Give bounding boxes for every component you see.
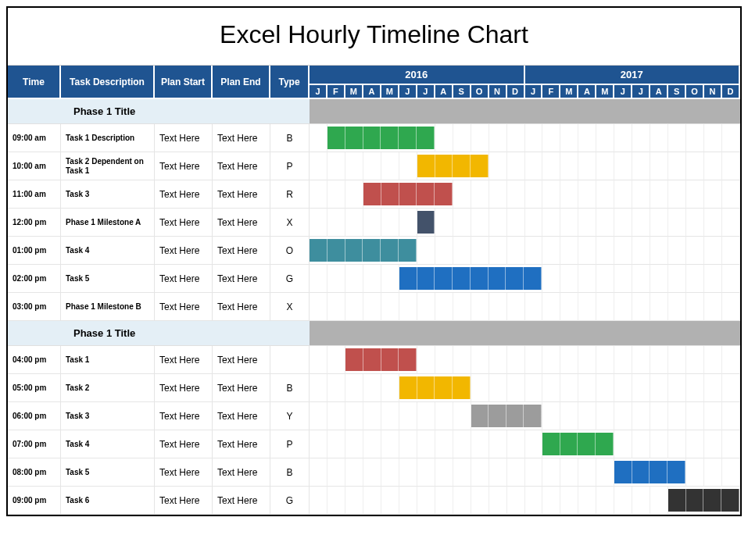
gantt-cell (632, 180, 650, 209)
row-time: 12:00 pm (8, 209, 61, 237)
gantt-cell (471, 402, 543, 430)
gantt-cell (722, 209, 740, 237)
gantt-cell (489, 458, 507, 487)
gantt-cell (542, 237, 560, 265)
gantt-cell (435, 430, 453, 458)
gantt-cell (668, 237, 686, 265)
gantt-cell (525, 293, 543, 321)
gantt-cell (435, 458, 453, 487)
gantt-cell (542, 293, 560, 321)
gantt-cell (686, 180, 704, 209)
gantt-cell (471, 237, 489, 265)
row-desc: Task 3 (61, 402, 155, 430)
gantt-cell (722, 152, 740, 180)
gantt-cell (614, 237, 632, 265)
header-month: J (632, 85, 650, 99)
gantt-cell (542, 430, 614, 458)
row-type: G (270, 487, 310, 515)
gantt-cell (542, 487, 560, 515)
gantt-bar (399, 267, 542, 290)
gantt-cell (471, 458, 489, 487)
row-plan-end: Text Here (213, 180, 270, 209)
gantt-cell (399, 265, 543, 293)
gantt-cell (542, 346, 560, 374)
row-time: 01:00 pm (8, 237, 61, 265)
header-month: N (704, 85, 722, 99)
gantt-cell (453, 430, 471, 458)
row-type: X (270, 293, 310, 321)
gantt-cell (310, 152, 327, 180)
row-plan-start: Text Here (155, 180, 213, 209)
gantt-cell (489, 293, 507, 321)
phase-bar (310, 321, 740, 346)
row-type: B (270, 124, 310, 152)
gantt-cell (650, 374, 668, 402)
gantt-cell (650, 346, 668, 374)
gantt-cell (614, 209, 632, 237)
gantt-cell (417, 430, 435, 458)
gantt-cell (507, 458, 525, 487)
gantt-cell (596, 265, 614, 293)
gantt-cell (489, 237, 507, 265)
gantt-cell (632, 124, 650, 152)
gantt-cell (686, 152, 704, 180)
gantt-cell (471, 209, 489, 237)
header-month: D (722, 85, 740, 99)
gantt-cell (381, 487, 399, 515)
row-type: B (270, 374, 310, 402)
gantt-cell (614, 458, 686, 487)
gantt-cell (704, 124, 722, 152)
gantt-cell (417, 237, 435, 265)
gantt-cell (310, 487, 327, 515)
gantt-cell (471, 180, 489, 209)
gantt-cell (614, 180, 632, 209)
gantt-cell (668, 430, 686, 458)
gantt-cell (650, 180, 668, 209)
gantt-cell (578, 152, 596, 180)
gantt-cell (310, 237, 417, 265)
gantt-cell (417, 346, 435, 374)
gantt-cell (399, 430, 417, 458)
gantt-cell (381, 458, 399, 487)
gantt-bar (327, 127, 435, 149)
row-plan-start: Text Here (155, 152, 213, 180)
gantt-cell (704, 374, 722, 402)
gantt-cell (686, 346, 704, 374)
gantt-cell (632, 237, 650, 265)
gantt-cell (417, 293, 435, 321)
gantt-cell (345, 209, 363, 237)
gantt-cell (507, 124, 525, 152)
gantt-cell (596, 124, 614, 152)
gantt-cell (525, 346, 543, 374)
gantt-cell (525, 152, 543, 180)
row-time: 08:00 pm (8, 458, 61, 487)
gantt-cell (507, 430, 525, 458)
row-desc: Task 1 Description (61, 124, 155, 152)
gantt-cell (614, 152, 632, 180)
gantt-cell (399, 487, 417, 515)
gantt-cell (399, 458, 417, 487)
gantt-cell (525, 487, 543, 515)
gantt-cell (650, 487, 668, 515)
gantt-cell (596, 152, 614, 180)
gantt-cell (686, 374, 704, 402)
gantt-cell (507, 152, 525, 180)
gantt-cell (596, 237, 614, 265)
gantt-cell (345, 293, 363, 321)
gantt-cell (578, 346, 596, 374)
gantt-cell (632, 430, 650, 458)
gantt-cell (578, 209, 596, 237)
row-time: 10:00 am (8, 152, 61, 180)
phase-title: Phase 1 Title (8, 321, 310, 346)
gantt-cell (668, 124, 686, 152)
gantt-cell (704, 346, 722, 374)
row-time: 02:00 pm (8, 265, 61, 293)
gantt-cell (525, 430, 543, 458)
gantt-cell (560, 487, 578, 515)
gantt-cell (327, 487, 345, 515)
gantt-cell (614, 430, 632, 458)
gantt-cell (399, 293, 417, 321)
header-month: A (578, 85, 596, 99)
gantt-bar (614, 461, 685, 483)
gantt-cell (489, 430, 507, 458)
